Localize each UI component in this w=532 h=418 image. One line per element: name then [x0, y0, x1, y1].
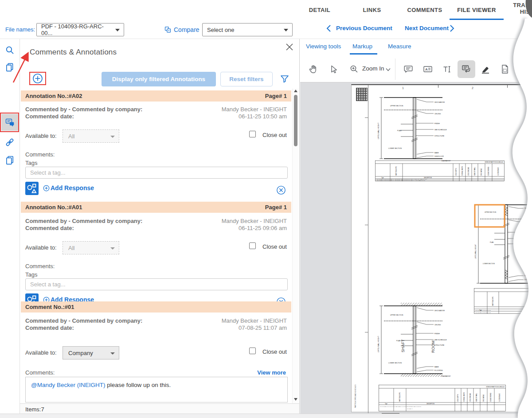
comments-label: Comments: [25, 369, 55, 376]
viewer-sidebar [0, 39, 20, 418]
insert-text-icon[interactable] [440, 62, 454, 76]
stamp-document-icon[interactable] [498, 62, 512, 76]
filter-icon[interactable] [280, 74, 289, 84]
available-to-select[interactable]: All [63, 129, 119, 143]
chevron-down-icon[interactable] [386, 68, 391, 71]
close-out-label: Close out [262, 132, 287, 138]
comments-label: Comments: [25, 263, 55, 270]
tag-input[interactable] [25, 278, 288, 290]
panel-scrollbar[interactable] [292, 89, 298, 403]
select-cursor-icon[interactable] [327, 62, 341, 76]
schedule-heading: INTERIOR PARTITION SCHEDULE [486, 386, 505, 388]
base-label: BASE [524, 275, 528, 277]
previous-document-link[interactable]: Previous Document [336, 25, 392, 31]
ceiling-label: CEILING [524, 221, 530, 223]
frame-tick [365, 117, 368, 118]
marker-pen-icon[interactable] [478, 62, 493, 76]
dismiss-circle-icon[interactable] [276, 185, 286, 195]
display-filtered-annotations-button[interactable]: Display only filtered Annotations [102, 72, 216, 86]
clipped-tool-icon[interactable] [524, 62, 532, 76]
compare-button[interactable]: Compare [164, 26, 200, 33]
sub-floor-label: SUB-FLOOR [434, 156, 444, 157]
zoom-in-icon[interactable] [347, 62, 361, 76]
ruler-tick [507, 85, 508, 88]
available-to-value: All [68, 245, 74, 251]
close-out-label: Close out [262, 348, 287, 355]
tag-input[interactable] [25, 167, 288, 179]
file-name-dropdown[interactable]: PDF - 104093-RG-ARC-00... [36, 23, 124, 36]
schedule-vertical-header: FIRE RATING [483, 395, 485, 402]
tab-transmittal-history[interactable]: TRANS HIST [508, 2, 532, 15]
close-out-label: Close out [262, 243, 287, 250]
tab-markup[interactable]: Markup [352, 43, 372, 50]
frame-tick [365, 332, 368, 332]
add-response-link[interactable]: Add Response [43, 184, 94, 191]
previous-chevron-icon[interactable] [326, 24, 332, 32]
tab-detail[interactable]: DETAIL [301, 0, 339, 20]
scroll-up-icon[interactable] [294, 90, 297, 92]
next-document-link[interactable]: Next Document [405, 25, 449, 31]
zoom-in-dropdown[interactable]: Zoom In [362, 65, 384, 72]
see-schedule-label: SEE SCHEDULE [434, 339, 447, 341]
compare-version-dropdown[interactable]: Select one [202, 23, 293, 36]
tab-links[interactable]: LINKS [353, 0, 391, 20]
callout-label-icon[interactable]: A [421, 62, 435, 76]
copy-icon[interactable] [5, 155, 15, 165]
partition-schedule-table-1: INTERIOR PARTITION SCHEDULE PARTITION TY… [375, 160, 505, 181]
structure-label: STRUCTURE [434, 344, 445, 346]
chevron-down-icon [115, 29, 120, 31]
available-to-select[interactable]: All [63, 241, 119, 254]
add-annotation-icon[interactable] [32, 73, 43, 84]
markup-tab-underline [350, 53, 377, 55]
schedule-row: A02 A02 DBL LYR 5/8 IN GYP BD (X) | STL … [376, 180, 426, 181]
tab-viewing-tools[interactable]: Viewing tools [306, 43, 341, 50]
available-to-select[interactable]: Company [63, 346, 119, 359]
comment-note-icon[interactable] [401, 62, 415, 76]
annotation-number: Annotation No.:#A02 [25, 93, 82, 99]
close-icon[interactable] [285, 43, 294, 51]
comment-mention[interactable]: @Mandy Becker (INEIGHT) [31, 382, 105, 388]
tab-comments[interactable]: COMMENTS [405, 0, 444, 20]
lower-section-label: LOWER SECTION [483, 263, 495, 265]
close-out-checkbox[interactable] [249, 242, 256, 249]
schedule-vertical-header: HEAD OF WALL [476, 393, 477, 402]
ruler-tick [438, 85, 438, 88]
close-out-checkbox[interactable] [249, 131, 256, 137]
available-to-value: Company [68, 350, 93, 356]
close-out-checkbox[interactable] [249, 348, 256, 354]
annotation-card-header: Annotation No.:#A01 Page# 1 [21, 202, 291, 213]
deck-above-label: DECK ABOVE [434, 102, 445, 103]
available-to-value: All [68, 133, 74, 140]
link-icon[interactable] [5, 137, 15, 147]
next-chevron-icon[interactable] [449, 24, 455, 32]
available-to-label: Available to: [25, 133, 57, 139]
tab-file-viewer[interactable]: FILE VIEWER [450, 0, 504, 20]
scroll-down-icon[interactable] [294, 398, 297, 401]
annotation-shapes-button[interactable] [25, 182, 39, 195]
shapes-icon [25, 182, 39, 195]
comments-label: Comments: [25, 151, 55, 158]
available-to-label: Available to: [25, 349, 57, 356]
ceiling-label: CEILING [434, 324, 441, 326]
comments-icon[interactable] [5, 117, 15, 127]
scrollbar-thumb[interactable] [294, 95, 297, 146]
reset-filters-button[interactable]: Reset filters [220, 72, 273, 86]
plan-label: PLAN [397, 130, 402, 132]
comment-text-box[interactable]: @Mandy Becker (INEIGHT) please follow up… [25, 377, 288, 402]
view-more-link[interactable]: View more [257, 369, 286, 376]
frame-tick [365, 225, 368, 225]
annotation-page: Page# 1 [265, 204, 287, 211]
pan-hand-icon[interactable] [306, 62, 321, 76]
tab-measure[interactable]: Measure [388, 43, 411, 50]
comment-reply-tool-selected[interactable] [458, 60, 475, 78]
sub-floor-label: SUB-FLOOR [524, 279, 532, 281]
schedule-vertical-header: SOUND RATING [488, 167, 489, 176]
plus-circle-icon [43, 185, 50, 191]
app-window: DETAIL LINKS COMMENTS FILE VIEWER TRANS … [0, 0, 532, 418]
room-label: ROOM [431, 340, 435, 353]
sheet-margin-note: PARTITION TYPES AND SCHEDULES [352, 369, 359, 409]
compare-icon [164, 26, 172, 33]
type-column-label: Type [385, 403, 387, 405]
base-label: BASE [434, 152, 439, 154]
items-count: Items:7 [25, 406, 44, 413]
